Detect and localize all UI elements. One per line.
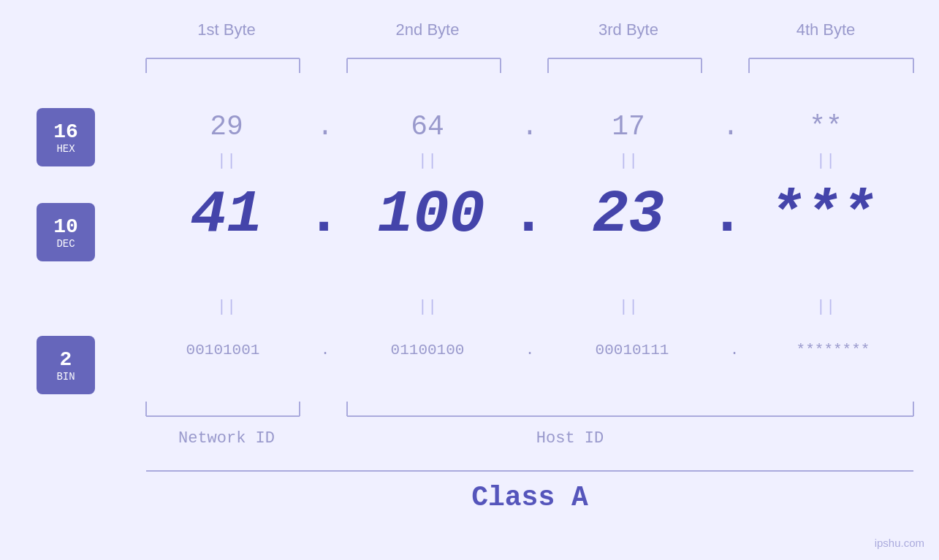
eq2-b1: || — [146, 298, 307, 316]
eq2-b4: || — [745, 298, 906, 316]
network-id-label: Network ID — [146, 429, 307, 448]
header-byte2: 2nd Byte — [347, 20, 508, 39]
header-byte4: 4th Byte — [745, 20, 906, 39]
hex-dot2: . — [512, 111, 548, 142]
eq1-b3: || — [548, 152, 709, 170]
host-id-label: Host ID — [424, 429, 716, 448]
dec-badge-number: 10 — [53, 215, 78, 238]
dec-badge-label: DEC — [56, 238, 75, 250]
dec-val-b1: 41 — [139, 181, 314, 249]
dec-val-b3: 23 — [541, 181, 716, 249]
bin-val-b3: 00010111 — [544, 342, 720, 358]
hex-dot3: . — [712, 111, 749, 142]
bin-dot1: . — [311, 342, 340, 358]
bin-dot2: . — [515, 342, 544, 358]
hex-dot1: . — [307, 111, 343, 142]
eq1-b1: || — [146, 152, 307, 170]
eq2-b3: || — [548, 298, 709, 316]
bin-badge-label: BIN — [56, 371, 75, 383]
hex-val-b3: 17 — [548, 111, 709, 142]
bin-val-b1: 00101001 — [135, 342, 311, 358]
watermark: ipshu.com — [875, 537, 924, 549]
eq1-b4: || — [745, 152, 906, 170]
header-byte3: 3rd Byte — [548, 20, 709, 39]
dec-badge: 10 DEC — [37, 203, 95, 261]
bottom-brackets — [142, 398, 917, 420]
dec-val-b4: *** — [723, 181, 921, 249]
hex-badge-label: HEX — [56, 143, 75, 155]
class-bracket — [142, 467, 917, 478]
eq1-b2: || — [347, 152, 508, 170]
bin-badge-number: 2 — [60, 348, 72, 371]
hex-badge: 16 HEX — [37, 108, 95, 166]
hex-badge-number: 16 — [53, 120, 78, 143]
hex-val-b2: 64 — [347, 111, 508, 142]
class-label: Class A — [142, 482, 917, 513]
eq2-b2: || — [347, 298, 508, 316]
hex-val-b1: 29 — [146, 111, 307, 142]
main-layout: 1st Byte 2nd Byte 3rd Byte 4th Byte 16 H… — [0, 0, 939, 560]
header-byte1: 1st Byte — [146, 20, 307, 39]
bin-val-b2: 01100100 — [340, 342, 515, 358]
hex-val-b4: ** — [745, 111, 906, 142]
top-brackets — [142, 55, 917, 77]
dec-val-b2: 100 — [336, 181, 526, 249]
bin-val-b4: ******** — [738, 342, 928, 358]
bin-badge: 2 BIN — [37, 336, 95, 394]
